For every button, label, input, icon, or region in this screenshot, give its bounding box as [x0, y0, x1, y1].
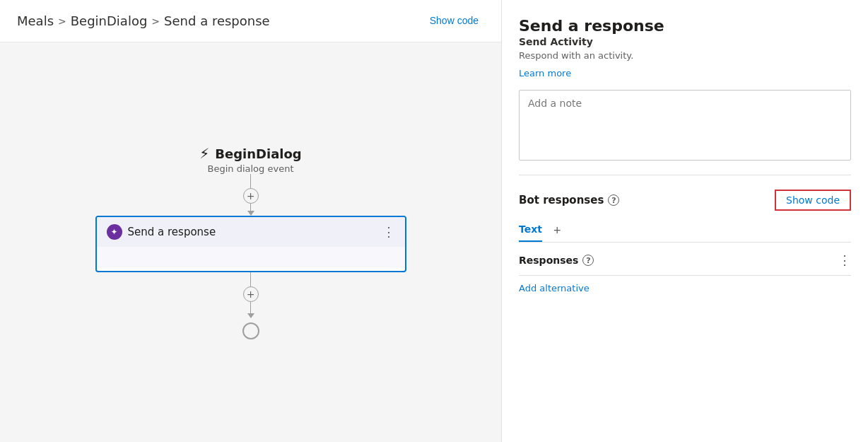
responses-help-icon[interactable]: ? [582, 255, 594, 266]
learn-more-link[interactable]: Learn more [519, 68, 851, 78]
responses-row: Responses ? ⋮ [519, 252, 851, 268]
begin-dialog-node: ⚡ BeginDialog Begin dialog event [199, 145, 302, 174]
panel-subtitle: Send Activity [519, 36, 851, 47]
tabs-row: Text + [519, 219, 851, 243]
canvas: ⚡ BeginDialog Begin dialog event + ✦ Sen… [0, 42, 501, 442]
response-icon: ✦ [107, 224, 122, 240]
show-code-button-right[interactable]: Show code [775, 190, 851, 211]
show-code-button-left[interactable]: Show code [424, 11, 484, 30]
right-panel: Send a response Send Activity Respond wi… [502, 0, 868, 442]
bot-responses-label: Bot responses ? [519, 194, 619, 207]
note-textarea[interactable] [519, 90, 851, 161]
connector-line-1 [250, 174, 251, 188]
response-card-title: ✦ Send a response [107, 224, 216, 240]
left-header: Meals > BeginDialog > Send a response Sh… [0, 0, 501, 42]
responses-label: Responses ? [519, 255, 594, 266]
breadcrumb-item-meals[interactable]: Meals [17, 13, 54, 28]
response-card-menu-button[interactable]: ⋮ [382, 224, 395, 240]
response-card[interactable]: ✦ Send a response ⋮ [95, 216, 406, 272]
connector-top: + [243, 174, 259, 216]
begin-dialog-title: BeginDialog [215, 146, 301, 161]
breadcrumb-item-send-response: Send a response [164, 13, 270, 28]
breadcrumb-item-begindialog[interactable]: BeginDialog [71, 13, 148, 28]
response-card-label: Send a response [128, 226, 216, 238]
bot-responses-header: Bot responses ? Show code [519, 190, 851, 211]
left-panel: Meals > BeginDialog > Send a response Sh… [0, 0, 502, 442]
tab-add-button[interactable]: + [551, 223, 564, 238]
arrow-down-icon-2 [247, 313, 254, 318]
connector-line-2 [250, 204, 251, 211]
arrow-down-icon [247, 211, 254, 216]
response-card-header: ✦ Send a response ⋮ [97, 217, 405, 247]
lightning-icon: ⚡ [199, 145, 209, 162]
bot-responses-text: Bot responses [519, 194, 604, 207]
divider-2 [519, 275, 851, 276]
panel-description: Respond with an activity. [519, 50, 851, 61]
response-icon-glyph: ✦ [110, 227, 117, 237]
response-card-body [97, 247, 405, 268]
divider-1 [519, 175, 851, 175]
add-step-button-bottom[interactable]: + [243, 286, 259, 302]
add-alternative-link[interactable]: Add alternative [519, 283, 851, 293]
end-circle-icon [242, 322, 259, 339]
responses-text: Responses [519, 255, 578, 266]
breadcrumb-sep-2: > [151, 16, 160, 27]
connector-line-4 [250, 302, 251, 313]
begin-dialog-label: ⚡ BeginDialog [199, 145, 302, 162]
breadcrumb: Meals > BeginDialog > Send a response [17, 13, 270, 28]
tab-text[interactable]: Text [519, 219, 542, 242]
begin-dialog-subtitle: Begin dialog event [208, 163, 294, 174]
connector-line-3 [250, 272, 251, 286]
bot-responses-help-icon[interactable]: ? [608, 194, 619, 206]
breadcrumb-sep-1: > [58, 16, 66, 27]
tab-text-label: Text [519, 223, 542, 235]
connector-bottom: + [242, 272, 259, 339]
panel-title: Send a response [519, 17, 851, 35]
add-step-button-top[interactable]: + [243, 188, 259, 204]
responses-menu-button[interactable]: ⋮ [838, 252, 851, 268]
